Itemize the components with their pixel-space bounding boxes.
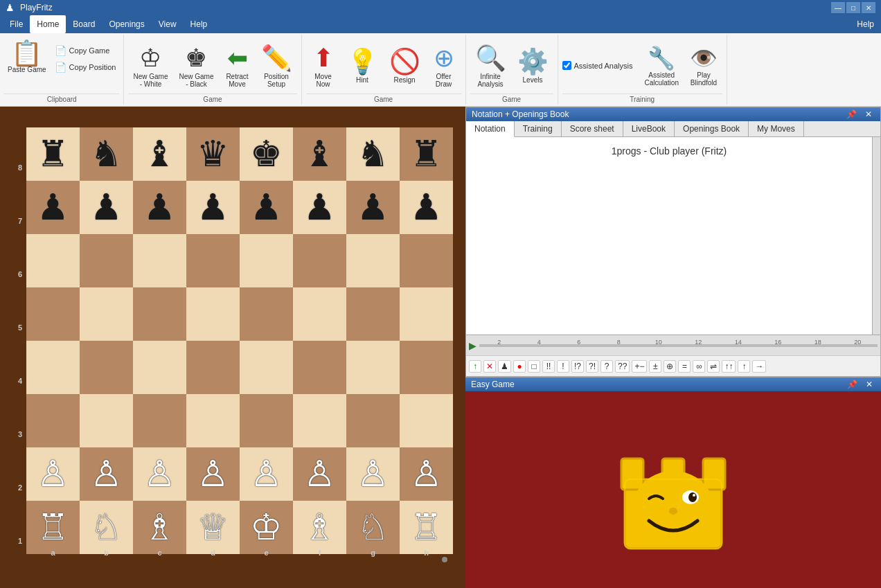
square-e3[interactable] [240, 394, 293, 447]
square-f6[interactable] [293, 234, 346, 287]
assisted-analysis-checkbox[interactable] [562, 61, 571, 70]
piece-bp-b7[interactable]: ♟ [90, 189, 123, 225]
square-d4[interactable] [186, 341, 240, 394]
square-g2[interactable]: ♙ [346, 447, 400, 501]
assisted-calc-button[interactable]: 🔧 Assisted Calculation [639, 42, 683, 90]
square-g5[interactable] [346, 287, 400, 341]
square-e8[interactable]: ♚ [240, 127, 293, 181]
piece-wp-b2[interactable]: ♙ [90, 456, 123, 492]
piece-br-h8[interactable]: ♜ [410, 136, 443, 172]
piece-wb-f1[interactable]: ♗ [303, 509, 336, 545]
infinite-analysis-button[interactable]: 🔍 Infinite Analysis [470, 40, 511, 91]
square-f3[interactable] [293, 394, 346, 447]
square-d5[interactable] [186, 287, 240, 341]
square-c7[interactable]: ♟ [133, 181, 186, 234]
square-b3[interactable] [80, 394, 133, 447]
square-b5[interactable] [80, 287, 133, 341]
tab-my-moves[interactable]: My Moves [749, 121, 804, 136]
sym-red-dot[interactable]: ● [513, 360, 526, 373]
square-a1[interactable]: ♖ [26, 501, 80, 554]
sym-pm[interactable]: ± [649, 360, 661, 373]
square-e6[interactable] [240, 234, 293, 287]
menu-home[interactable]: Home [30, 15, 66, 33]
move-now-button[interactable]: ⬆ Move Now [306, 40, 341, 91]
new-game-white-button[interactable]: ♔ New Game - White [128, 40, 172, 91]
square-d2[interactable]: ♙ [186, 447, 240, 501]
menu-file[interactable]: File [3, 15, 30, 33]
help-button[interactable]: Help [850, 15, 881, 33]
square-h1[interactable]: ♖ [400, 501, 453, 554]
sym-q-excl[interactable]: ?! [586, 360, 598, 373]
titlebar-controls[interactable]: — □ ✕ [831, 2, 875, 13]
easygame-pin-button[interactable]: 📌 [844, 380, 860, 389]
piece-wn-b1[interactable]: ♘ [90, 509, 123, 545]
square-a2[interactable]: ♙ [26, 447, 80, 501]
levels-button[interactable]: ⚙️ Levels [513, 44, 553, 87]
piece-wp-h2[interactable]: ♙ [410, 456, 443, 492]
tab-livebook[interactable]: LiveBook [623, 121, 675, 136]
square-g7[interactable]: ♟ [346, 181, 400, 234]
square-b7[interactable]: ♟ [80, 181, 133, 234]
tab-openings-book[interactable]: Openings Book [675, 121, 749, 136]
piece-wp-e2[interactable]: ♙ [250, 456, 283, 492]
sym-double-q[interactable]: ?? [615, 360, 630, 373]
assisted-analysis-checkbox-label[interactable]: Assisted Analysis [562, 61, 633, 70]
square-f5[interactable] [293, 287, 346, 341]
piece-bq-d8[interactable]: ♛ [197, 136, 229, 172]
easygame-close-button[interactable]: ✕ [863, 380, 875, 389]
square-f1[interactable]: ♗ [293, 501, 346, 554]
square-h4[interactable] [400, 341, 453, 394]
sym-box[interactable]: □ [528, 360, 540, 373]
square-g1[interactable]: ♘ [346, 501, 400, 554]
square-h8[interactable]: ♜ [400, 127, 453, 181]
notation-close-button[interactable]: ✕ [862, 109, 875, 119]
square-a4[interactable] [26, 341, 80, 394]
sym-pawn[interactable]: ♟ [498, 360, 511, 373]
piece-wn-g1[interactable]: ♘ [357, 509, 389, 545]
square-e7[interactable]: ♟ [240, 181, 293, 234]
piece-bp-h7[interactable]: ♟ [410, 189, 443, 225]
square-c3[interactable] [133, 394, 186, 447]
piece-br-a8[interactable]: ♜ [37, 136, 69, 172]
square-h2[interactable]: ♙ [400, 447, 453, 501]
square-g4[interactable] [346, 341, 400, 394]
square-e4[interactable] [240, 341, 293, 394]
piece-bb-c8[interactable]: ♝ [143, 136, 176, 172]
square-g3[interactable] [346, 394, 400, 447]
timeline-bar[interactable]: 2 4 6 8 10 12 14 16 18 20 [479, 344, 878, 347]
paste-game-button[interactable]: 📋 Paste Game [4, 37, 50, 77]
square-h5[interactable] [400, 287, 453, 341]
square-f8[interactable]: ♝ [293, 127, 346, 181]
square-a7[interactable]: ♟ [26, 181, 80, 234]
square-a5[interactable] [26, 287, 80, 341]
square-b2[interactable]: ♙ [80, 447, 133, 501]
square-b1[interactable]: ♘ [80, 501, 133, 554]
square-d1[interactable]: ♕ [186, 501, 240, 554]
sym-double-excl[interactable]: !! [542, 360, 555, 373]
square-g8[interactable]: ♞ [346, 127, 400, 181]
retract-move-button[interactable]: ⬅ Retract Move [220, 40, 255, 91]
piece-bp-e7[interactable]: ♟ [250, 189, 283, 225]
piece-wb-c1[interactable]: ♗ [143, 509, 176, 545]
sym-up1[interactable]: ↑ [738, 360, 750, 373]
sym-excl[interactable]: ! [557, 360, 569, 373]
hint-button[interactable]: 💡 Hint [342, 44, 383, 87]
piece-wq-d1[interactable]: ♕ [197, 509, 229, 545]
sym-right[interactable]: → [752, 360, 766, 373]
square-f4[interactable] [293, 341, 346, 394]
tab-notation[interactable]: Notation [466, 121, 515, 137]
piece-bp-c7[interactable]: ♟ [143, 189, 176, 225]
square-f2[interactable]: ♙ [293, 447, 346, 501]
offer-draw-button[interactable]: ⊕ Offer Draw [427, 40, 461, 91]
sym-x[interactable]: ✕ [483, 360, 496, 373]
menu-help[interactable]: Help [184, 15, 215, 33]
sym-dbl-arrow[interactable]: ⇌ [707, 360, 720, 373]
piece-bb-f8[interactable]: ♝ [303, 136, 336, 172]
square-a8[interactable]: ♜ [26, 127, 80, 181]
piece-wp-f2[interactable]: ♙ [303, 456, 336, 492]
square-h6[interactable] [400, 234, 453, 287]
piece-wp-d2[interactable]: ♙ [197, 456, 229, 492]
maximize-button[interactable]: □ [846, 2, 860, 13]
resign-button[interactable]: 🚫 Resign [384, 44, 425, 87]
menu-openings[interactable]: Openings [102, 15, 151, 33]
